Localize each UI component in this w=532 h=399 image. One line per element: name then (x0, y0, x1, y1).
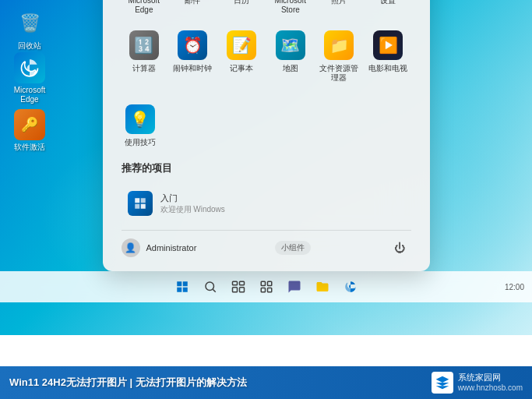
desktop-icon-activation[interactable]: 🔑 软件激活 (6, 109, 53, 152)
widget-bar: 小组件 (275, 241, 311, 255)
recycle-bin-label: 回收站 (18, 41, 41, 51)
get-started-text: 入门 欢迎使用 Windows (160, 192, 225, 215)
edge-taskbar-button[interactable] (338, 274, 363, 299)
logo-domain: www.hnzhosb.com (458, 383, 523, 393)
svg-point-9 (206, 282, 214, 291)
widgets-button[interactable] (254, 274, 279, 299)
get-started-icon (128, 191, 153, 216)
svg-rect-6 (182, 281, 187, 286)
chat-button[interactable] (282, 274, 307, 299)
activation-icon: 🔑 (14, 109, 45, 140)
file-explorer-taskbar-button[interactable] (310, 274, 335, 299)
svg-rect-13 (239, 288, 244, 292)
calendar-app-label: 日历 (234, 0, 249, 5)
svg-rect-14 (261, 281, 265, 285)
calculator-app-label: 计算器 (132, 64, 156, 73)
get-started-title: 入门 (160, 192, 225, 204)
movies-app-icon: ▶️ (373, 30, 403, 60)
recommended-header: 推荐的项目 (122, 161, 411, 175)
app-file-explorer[interactable]: 📁 文件资源管理器 (316, 24, 362, 89)
store-app-label: Microsoft Store (271, 0, 311, 15)
app-store[interactable]: Microsoft Store (268, 0, 314, 21)
bottom-banner: Win11 24H2无法打开图片 | 无法打开图片的解决方法 系统家园网 www… (0, 366, 532, 399)
app-calendar[interactable]: 📅 日历 (219, 0, 265, 21)
username-label: Administrator (146, 243, 197, 252)
app-calculator[interactable]: 🔢 计算器 (122, 24, 167, 89)
maps-app-label: 地图 (283, 64, 298, 73)
clock-app-icon: ⏰ (178, 30, 207, 60)
widget-label: 小组件 (281, 243, 305, 252)
logo-site-name: 系统家园网 (458, 373, 523, 383)
tips-app-label: 使用技巧 (125, 138, 156, 147)
app-edge[interactable]: Microsoft Edge (122, 0, 167, 21)
mail-app-label: 邮件 (185, 0, 200, 5)
settings-app-label: 设置 (380, 0, 396, 5)
svg-rect-11 (239, 281, 244, 285)
svg-rect-2 (140, 198, 145, 203)
edge-app-label: Microsoft Edge (125, 0, 164, 15)
app-movies[interactable]: ▶️ 电影和电视 (365, 24, 411, 89)
notepad-app-icon: 📝 (227, 30, 256, 60)
svg-rect-7 (177, 288, 181, 292)
svg-rect-15 (267, 281, 271, 285)
app-clock[interactable]: ⏰ 闹钟和时钟 (170, 24, 216, 89)
taskbar-right: 12:00 (505, 283, 524, 291)
taskbar-center (170, 274, 363, 299)
desktop: 🗑️ 回收站 MicrosoftEdge 🔑 软件激活 🔍 在此键入以搜索 已固… (0, 0, 532, 335)
desktop-icon-edge[interactable]: MicrosoftEdge (6, 52, 53, 104)
start-menu: 🔍 在此键入以搜索 已固定 所有应用 › Microsoft Edge ✉️ 邮… (103, 0, 430, 271)
recycle-bin-icon: 🗑️ (14, 8, 45, 39)
app-maps[interactable]: 🗺️ 地图 (268, 24, 314, 89)
app-tips[interactable]: 💡 使用技巧 (122, 98, 159, 154)
user-profile[interactable]: 👤 Administrator (122, 238, 197, 257)
photos-app-label: 照片 (331, 0, 347, 5)
calculator-app-icon: 🔢 (129, 30, 159, 60)
app-settings[interactable]: ⚙️ 设置 (365, 0, 411, 21)
recommended-item-get-started[interactable]: 入门 欢迎使用 Windows (122, 185, 411, 222)
app-notepad[interactable]: 📝 记事本 (219, 24, 265, 89)
file-explorer-app-label: 文件资源管理器 (319, 64, 359, 83)
svg-rect-16 (261, 288, 265, 292)
movies-app-label: 电影和电视 (368, 64, 407, 73)
logo-icon (432, 372, 453, 394)
recommended-title: 推荐的项目 (122, 161, 172, 175)
logo-text: 系统家园网 www.hnzhosb.com (458, 373, 523, 392)
search-taskbar-button[interactable] (198, 274, 223, 299)
app-mail[interactable]: ✉️ 邮件 (170, 0, 216, 21)
banner-title: Win11 24H2无法打开图片 | 无法打开图片的解决方法 (9, 376, 247, 390)
svg-rect-3 (135, 204, 139, 209)
svg-rect-12 (232, 288, 237, 292)
svg-rect-1 (135, 198, 139, 203)
app-photos[interactable]: 🖼️ 照片 (316, 0, 362, 21)
get-started-subtitle: 欢迎使用 Windows (160, 204, 225, 215)
power-button[interactable]: ⏻ (389, 237, 410, 259)
site-logo: 系统家园网 www.hnzhosb.com (432, 372, 523, 394)
start-menu-footer: 👤 Administrator 小组件 ⏻ (122, 230, 411, 259)
user-avatar: 👤 (122, 238, 140, 257)
maps-app-icon: 🗺️ (276, 30, 305, 60)
pinned-apps-grid: Microsoft Edge ✉️ 邮件 📅 日历 Microsoft Stor… (122, 0, 411, 89)
recommended-section: 推荐的项目 入门 欢迎使用 Windows (122, 161, 411, 222)
taskbar: 12:00 (0, 271, 532, 302)
edge-icon (14, 52, 45, 83)
svg-rect-5 (177, 281, 181, 286)
svg-rect-10 (232, 281, 237, 285)
clock-app-label: 闹钟和时钟 (173, 64, 212, 73)
file-explorer-app-icon: 📁 (324, 30, 354, 60)
task-view-button[interactable] (226, 274, 251, 299)
svg-rect-4 (140, 204, 145, 209)
edge-label: MicrosoftEdge (14, 86, 46, 104)
svg-rect-8 (182, 288, 187, 292)
desktop-icon-recycle[interactable]: 🗑️ 回收站 (6, 8, 53, 51)
activation-label: 软件激活 (14, 143, 45, 152)
start-button[interactable] (170, 274, 195, 299)
notepad-app-label: 记事本 (230, 64, 253, 73)
svg-rect-17 (267, 288, 271, 292)
tips-app-icon: 💡 (125, 104, 155, 134)
